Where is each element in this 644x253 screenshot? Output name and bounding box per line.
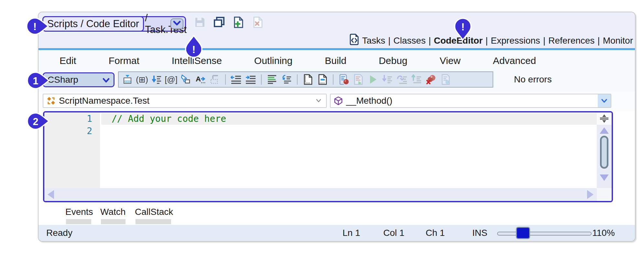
tab-expressions[interactable]: Expressions [491, 36, 540, 46]
edit-toolbar: (⊞) [@] A [118, 71, 493, 88]
tab-separator: | [388, 36, 390, 46]
script-document-icon [349, 34, 359, 47]
snippets-icon[interactable] [122, 74, 133, 85]
remove-breakpoints-icon[interactable] [426, 74, 437, 85]
method-dropdown[interactable]: __Method() [330, 94, 611, 108]
method-dropdown-button[interactable] [598, 94, 611, 107]
zoom-slider-thumb[interactable] [516, 227, 530, 239]
file-toolbar [193, 16, 264, 29]
tab-callstack[interactable]: CallStack [135, 207, 173, 217]
tab-callstack-button[interactable] [136, 219, 171, 224]
save-button[interactable] [193, 16, 206, 29]
menu-intellisense[interactable]: IntelliSense [172, 55, 222, 66]
zoom-slider[interactable] [497, 232, 592, 236]
svg-text:!: ! [33, 21, 37, 32]
step-into-icon[interactable] [382, 74, 393, 85]
chevron-down-icon [103, 78, 110, 83]
toolbar-separator [225, 74, 226, 85]
start-debug-icon[interactable] [367, 74, 378, 85]
status-line: Ln 1 [343, 225, 360, 241]
status-insert-mode: INS [472, 225, 487, 241]
scroll-up-arrow[interactable] [600, 127, 609, 134]
goto-definition-icon[interactable] [180, 74, 191, 85]
status-message: Ready [46, 225, 72, 241]
tab-watch-button[interactable] [101, 219, 126, 224]
undo-format-icon[interactable] [281, 74, 292, 85]
scroll-right-arrow[interactable] [587, 190, 594, 199]
tab-separator: | [486, 36, 488, 46]
chevron-down-icon [601, 99, 607, 103]
header-bar: Scripts / Code Editor / Task.Test [38, 12, 635, 48]
menu-debug[interactable]: Debug [379, 55, 407, 66]
menu-view[interactable]: View [440, 55, 460, 66]
tab-classes[interactable]: Classes [393, 36, 426, 46]
indent-icon[interactable] [245, 74, 256, 85]
breadcrumb-dropdown-button[interactable] [170, 18, 183, 29]
horizontal-scrollbar[interactable] [44, 188, 597, 201]
language-select[interactable]: CSharp [43, 72, 115, 87]
code-line[interactable]: 2 [44, 125, 597, 137]
svg-text:2: 2 [33, 116, 38, 127]
tab-watch[interactable]: Watch [100, 207, 126, 217]
tab-events[interactable]: Events [65, 207, 93, 217]
main-panel: Scripts / Code Editor / Task.Test [38, 12, 636, 242]
sort-lines-icon[interactable] [151, 74, 162, 85]
tab-separator: | [543, 36, 545, 46]
tab-tasks[interactable]: Tasks [362, 36, 385, 46]
scroll-down-arrow[interactable] [600, 174, 609, 181]
toolbar-separator [297, 74, 298, 85]
vertical-scroll-thumb[interactable] [600, 136, 608, 169]
insert-macro-icon[interactable]: [@] [166, 74, 177, 85]
code-line[interactable]: 1 // Add your code here [44, 112, 597, 125]
code-editor[interactable]: 1 // Add your code here 2 [43, 111, 613, 202]
delete-script-icon [252, 16, 264, 29]
breadcrumb[interactable]: Scripts / Code Editor / Task.Test [42, 16, 186, 32]
step-out-icon[interactable] [411, 74, 422, 85]
menu-advanced[interactable]: Advanced [493, 55, 536, 66]
status-column: Col 1 [383, 225, 404, 241]
delete-script-button[interactable] [251, 16, 264, 29]
splitter-handle[interactable] [597, 112, 612, 125]
tab-events-button[interactable] [66, 219, 91, 224]
scroll-left-arrow[interactable] [48, 190, 54, 199]
code-text: // Add your code here [100, 113, 226, 124]
tab-references[interactable]: References [548, 36, 595, 46]
tab-monitor[interactable]: Monitor [603, 36, 633, 46]
namespace-dropdown[interactable]: ScriptNamespace.Test [43, 94, 327, 108]
breadcrumb-path-label: Scripts / Code Editor [47, 18, 139, 30]
navigation-row: ScriptNamespace.Test __Method() [38, 92, 635, 111]
breadcrumb-path[interactable]: Scripts / Code Editor [42, 16, 144, 32]
tab-codeeditor[interactable]: CodeEditor [434, 36, 483, 46]
menu-outlining[interactable]: Outlining [254, 55, 292, 66]
toolbar-separator [333, 74, 333, 85]
line-number: 1 [44, 113, 100, 124]
outdent-icon[interactable] [231, 74, 242, 85]
menu-build[interactable]: Build [325, 55, 346, 66]
vertical-scrollbar[interactable] [597, 112, 612, 188]
menu-edit[interactable]: Edit [60, 55, 76, 66]
menu-format[interactable]: Format [109, 55, 139, 66]
debug-settings-icon[interactable] [440, 74, 451, 85]
save-all-button[interactable] [213, 16, 225, 29]
show-document-icon[interactable] [302, 74, 313, 85]
status-bar: Ready Ln 1 Col 1 Ch 1 INS 110% [38, 225, 635, 241]
member-list-icon[interactable]: (⊞) [136, 74, 147, 85]
rename-icon[interactable]: A [195, 74, 206, 85]
validate-script-icon[interactable] [338, 74, 349, 85]
zoom-level: 110% [592, 225, 615, 241]
toolbar-separator [261, 74, 262, 85]
surround-icon[interactable] [209, 74, 220, 85]
error-status: No errors [514, 71, 552, 88]
chevron-down-icon [173, 20, 181, 27]
run-script-icon[interactable] [353, 74, 364, 85]
language-select-value: CSharp [44, 75, 78, 85]
save-all-icon [213, 16, 225, 29]
format-selection-icon[interactable] [267, 74, 278, 85]
view-tab-strip: Tasks | Classes | CodeEditor | Expressio… [349, 34, 633, 47]
new-script-button[interactable] [232, 16, 245, 29]
collapse-region-icon[interactable] [317, 74, 328, 85]
namespace-icon [47, 96, 56, 105]
new-script-icon [233, 16, 244, 29]
step-over-icon[interactable] [397, 74, 408, 85]
namespace-value: ScriptNamespace.Test [59, 96, 149, 106]
